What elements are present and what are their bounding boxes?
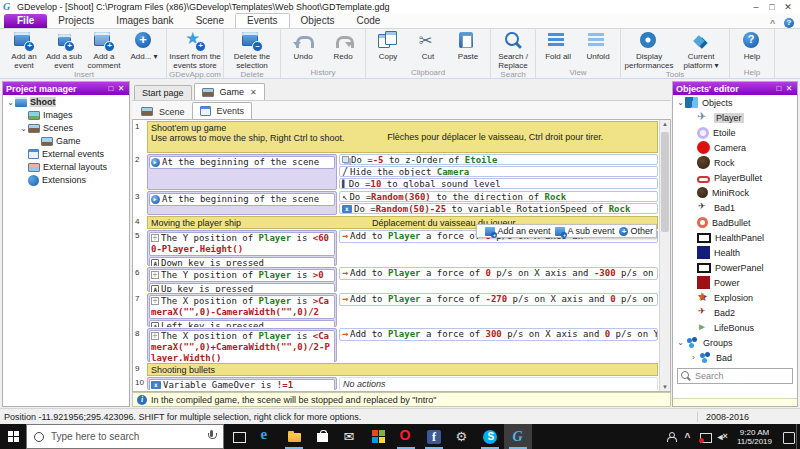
- conditions-column[interactable]: Variable GameOver is !=1: [147, 377, 337, 390]
- expander-icon[interactable]: ⌄: [19, 124, 28, 133]
- taskbar-app-gdevelop[interactable]: [504, 424, 532, 449]
- action[interactable]: Do =-5 to z-Order of Etoile: [339, 154, 658, 165]
- start-button[interactable]: [0, 424, 26, 449]
- project-tree-item-game[interactable]: Game: [3, 134, 129, 147]
- help-icon[interactable]: ?: [784, 18, 794, 28]
- taskbar-app-mail[interactable]: [336, 424, 364, 449]
- condition[interactable]: The Y position of Player is <600-Player.…: [149, 232, 335, 256]
- actions-column[interactable]: Add to Player a force of -270 p/s on X a…: [339, 293, 658, 327]
- conditions-column[interactable]: At the beginning of the scene: [147, 154, 337, 190]
- microphone-icon[interactable]: [207, 430, 216, 443]
- project-tree-item-images[interactable]: Images: [3, 108, 129, 121]
- view-tab-scene[interactable]: Scene: [134, 104, 192, 119]
- hover-toolbar-other[interactable]: Other: [614, 226, 653, 236]
- taskbar-app-explorer[interactable]: [280, 424, 308, 449]
- object-item-camera[interactable]: Camera: [673, 140, 797, 155]
- ribbon-button-help[interactable]: Help: [732, 30, 772, 68]
- project-tree-item-shoot[interactable]: ⌄Shoot: [3, 95, 129, 108]
- object-item-power[interactable]: Power: [673, 275, 797, 290]
- taskbar-app-settings[interactable]: [448, 424, 476, 449]
- actions-column[interactable]: Do =Random(360) to the direction of Rock…: [339, 191, 658, 215]
- comment-box[interactable]: Shoot'em up gameUse arrows to move the s…: [147, 121, 658, 153]
- object-item-healthpanel[interactable]: HealthPanel: [673, 230, 797, 245]
- project-tree-item-extensions[interactable]: Extensions: [3, 173, 129, 186]
- tray-volume-muted[interactable]: [713, 424, 730, 449]
- ribbon-button-delete-the-selection[interactable]: Delete the selection: [226, 30, 278, 70]
- minimize-button[interactable]: –: [748, 1, 764, 14]
- ribbon-button-unfold[interactable]: Unfold: [578, 30, 618, 68]
- ribbon-button-current-platform[interactable]: Current platform ▾: [675, 30, 727, 70]
- ribbon-button-undo[interactable]: Undo: [283, 30, 323, 68]
- object-item-playerbullet[interactable]: PlayerBullet: [673, 170, 797, 185]
- expander-icon[interactable]: ⌄: [676, 338, 685, 347]
- action[interactable]: Do =Random(360) to the direction of Rock: [339, 191, 658, 202]
- comment-box[interactable]: Shooting bullets: [147, 363, 658, 376]
- taskbar-app-opera[interactable]: [392, 424, 420, 449]
- menu-tab-images-bank[interactable]: Images bank: [105, 14, 184, 28]
- condition[interactable]: Variable GameOver is !=1: [149, 379, 335, 390]
- action[interactable]: Add to Player a force of 300 p/s on X ax…: [339, 328, 658, 341]
- object-item-health[interactable]: Health: [673, 245, 797, 260]
- expander-icon[interactable]: ⌄: [6, 98, 15, 107]
- ribbon-button-display-performances[interactable]: Display performances: [623, 30, 675, 70]
- menu-tab-events[interactable]: Events: [235, 13, 290, 28]
- tray-chevron-up[interactable]: [679, 424, 696, 449]
- close-button[interactable]: ✕: [780, 1, 796, 14]
- hover-toolbar-a-sub-event[interactable]: A sub event: [550, 226, 614, 236]
- panel-pin-icon[interactable]: □: [106, 84, 116, 93]
- panel-close-icon[interactable]: ✕: [116, 84, 126, 93]
- conditions-column[interactable]: The X position of Player is <CameraX("",…: [147, 328, 337, 362]
- object-item-rock[interactable]: Rock: [673, 155, 797, 170]
- show-desktop-button[interactable]: [796, 424, 800, 449]
- ribbon-button-copy[interactable]: Copy: [368, 30, 408, 68]
- ribbon-button-search-replace[interactable]: Search / Replace: [493, 30, 533, 70]
- action[interactable]: Add to Player a force of 0 p/s on X axis…: [339, 267, 658, 280]
- taskbar-app-store[interactable]: [308, 424, 336, 449]
- hover-toolbar-add-an-event[interactable]: Add an event: [480, 226, 550, 236]
- action[interactable]: Do =10 to global sound level: [339, 178, 658, 189]
- objects-root-item[interactable]: ⌄Objects: [673, 95, 797, 110]
- menu-tab-projects[interactable]: Projects: [47, 14, 105, 28]
- conditions-column[interactable]: The X position of Player is >CameraX("",…: [147, 293, 337, 327]
- expander-icon[interactable]: ⌄: [676, 98, 685, 107]
- project-tree-item-external-events[interactable]: External events: [3, 147, 129, 160]
- condition[interactable]: Left key is pressed: [149, 320, 335, 327]
- tray-tray-alert[interactable]: [696, 424, 713, 449]
- taskbar-search-input[interactable]: Type here to search: [26, 424, 224, 449]
- doc-tab-start-page[interactable]: Start page: [134, 85, 192, 100]
- ribbon-button-cut[interactable]: Cut: [408, 30, 448, 68]
- conditions-column[interactable]: The Y position of Player is >0Up key is …: [147, 267, 337, 292]
- conditions-column[interactable]: The Y position of Player is <600-Player.…: [147, 230, 337, 266]
- taskbar-app-office[interactable]: [364, 424, 392, 449]
- actions-column[interactable]: Add to Player a force of 0 p/s on X axis…: [339, 267, 658, 292]
- view-tab-events[interactable]: Events: [192, 102, 253, 119]
- taskbar-app-facebook[interactable]: [420, 424, 448, 449]
- condition[interactable]: The X position of Player is <CameraX("",…: [149, 330, 335, 362]
- condition[interactable]: At the beginning of the scene: [149, 156, 335, 169]
- object-item-badbullet[interactable]: BadBullet: [673, 215, 797, 230]
- action[interactable]: Hide the object Camera: [339, 166, 658, 177]
- condition[interactable]: Up key is pressed: [149, 283, 335, 292]
- menu-tab-file[interactable]: File: [4, 14, 47, 28]
- object-item-powerpanel[interactable]: PowerPanel: [673, 260, 797, 275]
- action[interactable]: Do =Random(50)-25 to variable RotationSp…: [339, 203, 658, 214]
- vertical-scrollbar[interactable]: [659, 120, 670, 391]
- expander-icon[interactable]: ›: [689, 353, 698, 362]
- object-item-etoile[interactable]: Etoile: [673, 125, 797, 140]
- actions-column[interactable]: No actions: [339, 377, 658, 390]
- condition[interactable]: The Y position of Player is >0: [149, 269, 335, 282]
- ribbon-button-paste[interactable]: Paste: [448, 30, 488, 68]
- menu-tab-objects[interactable]: Objects: [290, 14, 346, 28]
- group-item-bad[interactable]: ›Bad: [673, 350, 797, 365]
- close-tab-icon[interactable]: ✕: [250, 88, 257, 97]
- actions-column[interactable]: Add to Player a force of 300 p/s on X ax…: [339, 328, 658, 362]
- object-item-bad1[interactable]: Bad1: [673, 200, 797, 215]
- ribbon-button-fold-all[interactable]: Fold all: [538, 30, 578, 68]
- taskbar-app-task-view[interactable]: [224, 424, 252, 449]
- menu-tab-scene[interactable]: Scene: [185, 14, 235, 28]
- object-item-bad2[interactable]: Bad2: [673, 305, 797, 320]
- doc-tab-game[interactable]: Game✕: [194, 83, 265, 100]
- project-tree-item-external-layouts[interactable]: External layouts: [3, 160, 129, 173]
- ribbon-button-insert-from-the-events-store[interactable]: Insert from the events store: [169, 30, 221, 70]
- ribbon-button-add-a-comment[interactable]: Add a comment: [84, 30, 124, 70]
